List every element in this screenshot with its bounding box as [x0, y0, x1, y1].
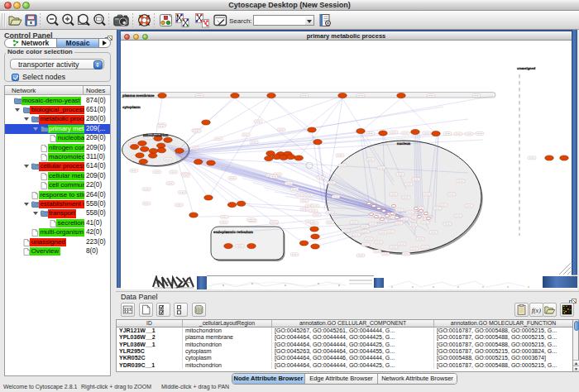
attribute-select-icon[interactable]: [121, 303, 135, 317]
graph-node[interactable]: [164, 137, 173, 142]
graph-node[interactable]: [130, 145, 139, 150]
scroll-up-button[interactable]: ▲: [573, 360, 579, 366]
tree-row[interactable]: secretion41(0): [5, 218, 110, 227]
graph-node[interactable]: [397, 93, 406, 98]
unselect-attributes-icon[interactable]: [174, 303, 188, 317]
minimize-view-button[interactable]: [133, 34, 139, 40]
tree-row[interactable]: mosaic-demo-yeast874(0): [5, 96, 110, 105]
graph-node[interactable]: [237, 201, 246, 206]
help-ring-icon[interactable]: [136, 12, 152, 28]
scrollbar-thumb[interactable]: [574, 321, 579, 331]
graph-node[interactable]: [136, 153, 145, 158]
import-folder-icon[interactable]: [543, 303, 557, 317]
tree-row[interactable]: nitrogen compou209(0): [5, 143, 110, 152]
graph-node[interactable]: [286, 155, 295, 160]
node-color-combobox[interactable]: transporter activity: [10, 59, 104, 69]
zoom-in-icon[interactable]: [60, 12, 76, 28]
graph-node[interactable]: [224, 243, 233, 248]
graph-node[interactable]: [194, 160, 203, 165]
graph-node[interactable]: [204, 195, 213, 200]
graph-node[interactable]: [310, 227, 319, 232]
tree-row[interactable]: Overview8(0): [5, 246, 110, 256]
minimize-window-button[interactable]: [13, 2, 21, 9]
copy-network-icon[interactable]: [175, 12, 190, 28]
graph-node[interactable]: [560, 155, 569, 160]
graph-node[interactable]: [294, 155, 304, 160]
matrix-icon[interactable]: [560, 303, 574, 317]
table-row[interactable]: YDR039C__1mitochondrion[GO:0044464, GO:0…: [117, 362, 573, 369]
layout-icon[interactable]: [158, 12, 174, 28]
tree-row[interactable]: macromolecule311(0): [5, 152, 110, 161]
graph-node[interactable]: [189, 213, 199, 218]
float-data-panel-icon[interactable]: [569, 294, 577, 300]
new-attribute-icon[interactable]: [139, 303, 153, 317]
graph-node[interactable]: [379, 131, 388, 136]
zoom-out-icon[interactable]: [45, 12, 60, 28]
tab-edge-attribute-browser[interactable]: Edge Attribute Browser: [305, 374, 378, 384]
table-scrollbar[interactable]: ▲ ▼: [572, 319, 579, 372]
snapshot-icon[interactable]: [113, 12, 129, 28]
tree-expander-icon[interactable]: [33, 127, 38, 131]
select-nodes-checkbox[interactable]: [12, 74, 19, 81]
tree-expander-icon[interactable]: [33, 212, 38, 215]
graph-node[interactable]: [311, 244, 320, 249]
tab-node-attribute-browser[interactable]: Node Attribute Browser: [232, 374, 305, 384]
tree-row[interactable]: cell communicati22(0): [5, 181, 110, 190]
graph-node[interactable]: [311, 234, 320, 239]
save-icon[interactable]: [23, 12, 39, 28]
zoom-view-button[interactable]: [142, 34, 148, 40]
tree-expander-icon[interactable]: [15, 108, 20, 112]
vizmapper-icon[interactable]: [213, 12, 228, 28]
tree-row[interactable]: metabolic process280(0): [5, 115, 110, 124]
scroll-down-button[interactable]: ▼: [573, 366, 579, 371]
table-row[interactable]: YPL036W__1mitochondrion[GO:0044464, GO:0…: [117, 342, 573, 348]
open-icon[interactable]: [7, 12, 23, 28]
graph-node[interactable]: [231, 93, 240, 98]
table-row[interactable]: YKR052Ccytoplasm[GO:0044464, GO:0044446,…: [117, 355, 573, 361]
graph-node[interactable]: [545, 155, 554, 160]
graph-node[interactable]: [156, 143, 165, 148]
zoom-selected-icon[interactable]: [92, 12, 108, 28]
table-column-header[interactable]: _cellularLayoutRegion: [183, 320, 272, 327]
tree-row[interactable]: transport558(0): [5, 209, 110, 218]
formula-icon[interactable]: f(x): [529, 303, 543, 317]
tree-row[interactable]: multi-organism pro42(0): [5, 228, 110, 237]
graph-node[interactable]: [299, 241, 309, 246]
network-canvas[interactable]: plasma membranecytoplasmmitochondrionnuc…: [121, 41, 572, 275]
clipboard-icon[interactable]: [514, 303, 529, 317]
tab-mosaic[interactable]: Mosaic: [57, 39, 99, 47]
graph-node[interactable]: [432, 131, 441, 136]
tree-row[interactable]: response to stimulu264(0): [5, 190, 110, 199]
graph-node[interactable]: [148, 153, 157, 158]
graph-node[interactable]: [202, 120, 211, 125]
tab-network[interactable]: Network: [5, 39, 57, 47]
advanced-search-icon[interactable]: [318, 12, 333, 28]
float-panel-icon[interactable]: [105, 31, 112, 37]
select-attributes-icon[interactable]: [156, 303, 170, 317]
graph-node[interactable]: [158, 93, 167, 98]
zoom-window-button[interactable]: [22, 2, 30, 9]
graph-node[interactable]: [265, 156, 274, 161]
tree-expander-icon[interactable]: [24, 117, 29, 121]
tab-network-attribute-browser[interactable]: Network Attribute Browser: [378, 374, 457, 384]
graph-node[interactable]: [139, 159, 148, 164]
graph-node[interactable]: [267, 93, 276, 98]
graph-node[interactable]: [138, 141, 147, 146]
network-window-titlebar[interactable]: primary metabolic process: [121, 30, 572, 41]
close-view-button[interactable]: [124, 34, 130, 40]
graph-node[interactable]: [175, 148, 184, 153]
table-column-header[interactable]: annotation.GO CELLULAR_COMPONENT: [272, 320, 434, 327]
graph-node[interactable]: [313, 140, 323, 145]
tree-row[interactable]: cellular process614(0): [5, 162, 110, 171]
table-row[interactable]: YPL036W__2plasma membrane[GO:0044464, GO…: [117, 334, 573, 341]
tab-overflow-button[interactable]: [99, 39, 109, 47]
tree-row[interactable]: establishment of lo558(0): [5, 199, 110, 208]
tree-expander-icon[interactable]: [24, 203, 29, 206]
delete-attribute-icon[interactable]: [192, 303, 206, 317]
close-window-button[interactable]: [4, 2, 12, 9]
table-column-header[interactable]: annotation.GO MOLECULAR_FUNCTION: [434, 320, 573, 327]
tree-row[interactable]: cellular metabol209(0): [5, 171, 110, 180]
graph-node[interactable]: [411, 129, 420, 134]
graph-node[interactable]: [227, 203, 237, 208]
tree-row[interactable]: nucleobase-209(0): [5, 134, 110, 143]
